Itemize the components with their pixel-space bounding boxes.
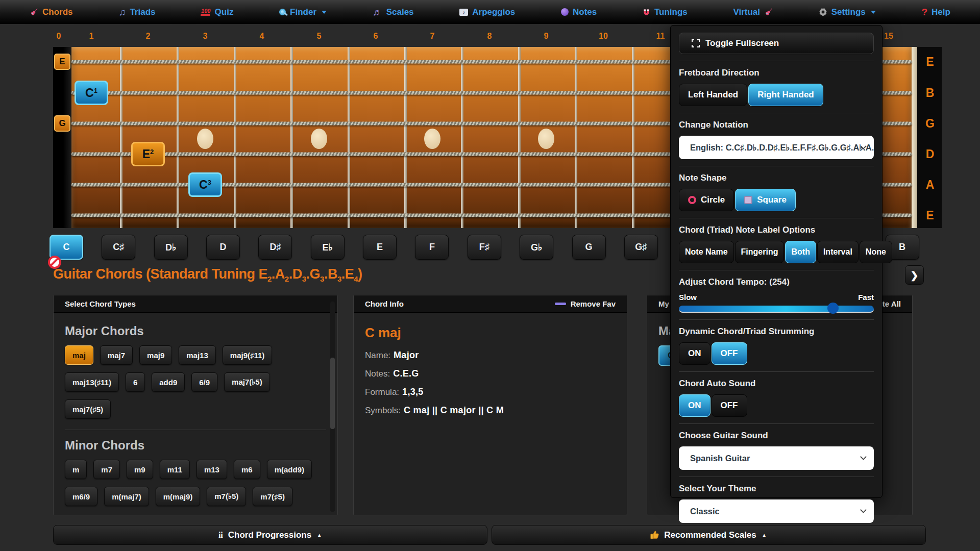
chord-type-button-maj7(♯5)[interactable]: maj7(♯5) — [65, 399, 111, 419]
option-fingering[interactable]: Fingering — [735, 241, 785, 263]
notation-select[interactable]: English: C.C♯.D♭.D.D♯.E♭.E.F.F♯.G♭.G.G♯.… — [679, 136, 874, 159]
muted-string-icon[interactable] — [48, 256, 61, 269]
fret-wire — [575, 47, 577, 228]
nav-item-tunings[interactable]: Tunings — [643, 7, 688, 17]
nav-item-quiz[interactable]: 100Quiz — [201, 7, 233, 17]
chord-type-button-m7(♯5)[interactable]: m7(♯5) — [253, 487, 292, 506]
tempo-slider-handle[interactable] — [827, 303, 839, 314]
option-circle[interactable]: Circle — [679, 189, 734, 211]
option-off[interactable]: OFF — [712, 342, 747, 365]
chord-type-button-6/9[interactable]: 6/9 — [191, 372, 217, 392]
chord-types-panel-header: Select Chord Types — [54, 295, 337, 313]
root-note-button-D♯[interactable]: D♯ — [258, 235, 292, 260]
open-string-note-E[interactable]: E — [54, 54, 70, 70]
nav-item-label: Quiz — [215, 7, 234, 17]
chord-type-button-m9[interactable]: m9 — [127, 460, 153, 479]
option-right-handed[interactable]: Right Handed — [748, 84, 823, 106]
chord-type-button-m[interactable]: m — [65, 460, 87, 479]
nav-item-scales[interactable]: ♬Scales — [373, 7, 414, 17]
root-note-button-G♭[interactable]: G♭ — [520, 235, 553, 260]
chord-type-button-m6[interactable]: m6 — [234, 460, 260, 479]
nav-item-settings[interactable]: Settings — [819, 7, 876, 17]
theme-select[interactable]: Classic — [679, 499, 874, 523]
chord-type-button-maj7(♭5)[interactable]: maj7(♭5) — [224, 372, 270, 392]
fret-number-9: 9 — [544, 32, 549, 41]
group-divider — [65, 430, 326, 430]
nav-item-label: Finder — [290, 7, 316, 17]
root-note-button-D♭[interactable]: D♭ — [154, 235, 188, 260]
option-note-name[interactable]: Note Name — [679, 241, 734, 263]
chord-type-button-add9[interactable]: add9 — [152, 372, 185, 392]
note-label-options-label: Chord (Triad) Note Label Options — [679, 225, 874, 235]
chord-type-button-m13[interactable]: m13 — [197, 460, 227, 479]
chord-type-button-m7(♭5)[interactable]: m7(♭5) — [207, 487, 246, 506]
fret-number-10: 10 — [599, 32, 608, 41]
nav-item-finder[interactable]: Finder — [279, 7, 327, 17]
chord-type-button-maj[interactable]: maj — [65, 345, 93, 365]
guitar-icon — [30, 8, 38, 16]
chord-type-button-maj7[interactable]: maj7 — [100, 345, 133, 365]
root-note-button-F♯[interactable]: F♯ — [468, 235, 501, 260]
root-note-button-F[interactable]: F — [415, 235, 449, 260]
chord-type-button-6[interactable]: 6 — [126, 372, 145, 392]
option-on[interactable]: ON — [679, 394, 710, 417]
root-note-button-E♭[interactable]: E♭ — [311, 235, 345, 260]
note-shape-label: Note Shape — [679, 173, 874, 183]
chord-progressions-button[interactable]: ii Chord Progressions ▲ — [53, 525, 487, 545]
option-on[interactable]: ON — [679, 342, 710, 365]
chord-type-button-maj13(♯11)[interactable]: maj13(♯11) — [65, 372, 119, 392]
chord-type-button-m(add9)[interactable]: m(add9) — [267, 460, 312, 479]
chord-type-button-m11[interactable]: m11 — [160, 460, 190, 479]
open-string-note-G[interactable]: G — [54, 115, 70, 132]
nav-item-notes[interactable]: Notes — [561, 7, 597, 17]
root-note-button-C♯[interactable]: C♯ — [102, 235, 135, 260]
nav-item-help[interactable]: ?Help — [921, 7, 950, 17]
group-title: Minor Chords — [65, 438, 326, 453]
chord-type-button-maj9(♯11)[interactable]: maj9(♯11) — [223, 345, 273, 365]
option-off[interactable]: OFF — [712, 394, 747, 417]
root-note-button-G[interactable]: G — [572, 235, 606, 260]
chord-types-scrollbar-thumb[interactable] — [330, 358, 335, 429]
chord-type-button-m(maj9)[interactable]: m(maj9) — [156, 487, 201, 506]
option-interval[interactable]: Interval — [817, 241, 859, 263]
fret-inlay-dot — [538, 129, 554, 149]
strumming-label: Dynamic Chord/Triad Strumming — [679, 327, 874, 337]
note-marker-C3[interactable]: C3 — [188, 172, 222, 197]
chord-type-button-maj13[interactable]: maj13 — [179, 345, 216, 365]
note-marker-E2[interactable]: E2 — [131, 142, 165, 166]
chord-type-button-m7[interactable]: m7 — [93, 460, 120, 479]
chevron-right-icon: ❯ — [911, 269, 919, 281]
recommended-scales-button[interactable]: Recommended Scales ▲ — [492, 525, 926, 545]
field-label: Notes: — [365, 369, 390, 379]
chord-type-button-m6/9[interactable]: m6/9 — [65, 487, 97, 506]
option-square[interactable]: Square — [735, 189, 796, 211]
nav-item-triads[interactable]: ♫Triads — [118, 7, 155, 17]
search-icon — [279, 9, 286, 15]
remove-fav-button[interactable]: Remove Fav — [555, 299, 616, 308]
guitar-sound-select[interactable]: Spanish Guitar — [679, 446, 874, 470]
field-value: 1,3,5 — [402, 387, 424, 397]
page-title: Guitar Chords (Standard Tuning E2.A2.D3.… — [53, 266, 362, 283]
auto-sound-label: Chord Auto Sound — [679, 379, 874, 389]
fret-number-11: 11 — [656, 32, 665, 41]
nav-item-chords[interactable]: Chords — [30, 7, 73, 17]
tempo-slider[interactable] — [679, 306, 874, 313]
toggle-fullscreen-label: Toggle Fullscreen — [705, 38, 779, 48]
guitar-icon — [764, 8, 773, 16]
chord-type-button-maj9[interactable]: maj9 — [139, 345, 172, 365]
note-marker-C1[interactable]: C1 — [75, 81, 108, 105]
root-note-button-D[interactable]: D — [206, 235, 240, 260]
nav-item-virtual[interactable]: Virtual — [733, 7, 773, 17]
string-name-label-B: B — [921, 86, 939, 100]
root-note-button-E[interactable]: E — [363, 235, 397, 260]
toggle-fullscreen-button[interactable]: Toggle Fullscreen — [679, 33, 874, 54]
tempo-fast-label: Fast — [858, 293, 874, 302]
next-roots-button[interactable]: ❯ — [905, 265, 924, 285]
option-left-handed[interactable]: Left Handed — [679, 84, 747, 106]
option-none[interactable]: None — [860, 241, 892, 263]
chord-type-button-m(maj7)[interactable]: m(maj7) — [104, 487, 149, 506]
fret-number-2: 2 — [146, 32, 151, 41]
root-note-button-G♯[interactable]: G♯ — [624, 235, 658, 260]
option-both[interactable]: Both — [785, 241, 816, 263]
nav-item-arpeggios[interactable]: ♪Arpeggios — [459, 7, 515, 17]
